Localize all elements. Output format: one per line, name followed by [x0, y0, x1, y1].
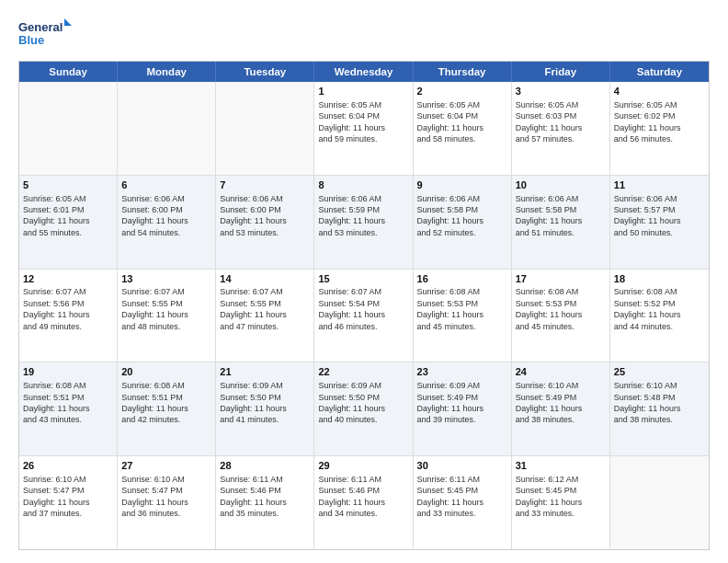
sun-info: Sunrise: 6:06 AMSunset: 5:57 PMDaylight:…	[614, 193, 705, 239]
day-number: 21	[220, 365, 310, 379]
day-number: 2	[417, 85, 507, 98]
calendar-cell: 23Sunrise: 6:09 AMSunset: 5:49 PMDayligh…	[414, 362, 512, 455]
calendar-cell: 4Sunrise: 6:05 AMSunset: 6:02 PMDaylight…	[610, 82, 709, 175]
sun-info: Sunrise: 6:09 AMSunset: 5:49 PMDaylight:…	[417, 380, 507, 426]
calendar-row: 12Sunrise: 6:07 AMSunset: 5:56 PMDayligh…	[19, 269, 709, 362]
calendar-row: 19Sunrise: 6:08 AMSunset: 5:51 PMDayligh…	[19, 362, 709, 455]
sun-info: Sunrise: 6:10 AMSunset: 5:49 PMDaylight:…	[516, 380, 606, 426]
calendar-cell: 2Sunrise: 6:05 AMSunset: 6:04 PMDaylight…	[414, 82, 512, 175]
day-number: 30	[417, 459, 507, 473]
calendar-cell: 3Sunrise: 6:05 AMSunset: 6:03 PMDaylight…	[512, 82, 610, 175]
day-number: 7	[220, 178, 310, 192]
sun-info: Sunrise: 6:11 AMSunset: 5:46 PMDaylight:…	[220, 474, 310, 520]
day-number: 17	[516, 272, 606, 286]
calendar-row: 1Sunrise: 6:05 AMSunset: 6:04 PMDaylight…	[19, 82, 709, 175]
calendar-cell: 30Sunrise: 6:11 AMSunset: 5:45 PMDayligh…	[414, 456, 512, 549]
calendar-cell	[118, 82, 216, 175]
sun-info: Sunrise: 6:06 AMSunset: 5:58 PMDaylight:…	[516, 193, 606, 239]
weekday-header: Monday	[118, 62, 216, 82]
day-number: 13	[121, 272, 211, 286]
sun-info: Sunrise: 6:08 AMSunset: 5:51 PMDaylight:…	[121, 380, 211, 426]
calendar-cell: 1Sunrise: 6:05 AMSunset: 6:04 PMDaylight…	[314, 82, 413, 175]
sun-info: Sunrise: 6:12 AMSunset: 5:45 PMDaylight:…	[516, 474, 606, 520]
weekday-header: Wednesday	[314, 62, 413, 82]
calendar-cell	[19, 82, 118, 175]
day-number: 22	[318, 365, 408, 379]
sun-info: Sunrise: 6:10 AMSunset: 5:47 PMDaylight:…	[23, 474, 113, 520]
calendar-cell: 16Sunrise: 6:08 AMSunset: 5:53 PMDayligh…	[414, 270, 512, 362]
day-number: 15	[318, 272, 408, 286]
calendar: SundayMondayTuesdayWednesdayThursdayFrid…	[18, 61, 710, 550]
day-number: 31	[516, 459, 606, 473]
calendar-cell: 28Sunrise: 6:11 AMSunset: 5:46 PMDayligh…	[216, 456, 314, 549]
day-number: 28	[220, 459, 310, 473]
calendar-cell	[216, 82, 314, 175]
calendar-header: SundayMondayTuesdayWednesdayThursdayFrid…	[19, 62, 709, 82]
sun-info: Sunrise: 6:06 AMSunset: 5:59 PMDaylight:…	[318, 193, 408, 239]
calendar-cell: 20Sunrise: 6:08 AMSunset: 5:51 PMDayligh…	[118, 362, 216, 455]
day-number: 25	[614, 365, 705, 379]
weekday-header: Sunday	[19, 62, 118, 82]
calendar-cell: 19Sunrise: 6:08 AMSunset: 5:51 PMDayligh…	[19, 362, 118, 455]
weekday-header: Thursday	[414, 62, 512, 82]
logo: General Blue	[18, 17, 74, 53]
calendar-cell: 17Sunrise: 6:08 AMSunset: 5:53 PMDayligh…	[512, 270, 610, 362]
calendar-cell: 9Sunrise: 6:06 AMSunset: 5:58 PMDaylight…	[414, 176, 512, 269]
sun-info: Sunrise: 6:07 AMSunset: 5:55 PMDaylight:…	[220, 286, 310, 332]
day-number: 18	[614, 272, 705, 286]
day-number: 29	[318, 459, 408, 473]
sun-info: Sunrise: 6:10 AMSunset: 5:47 PMDaylight:…	[121, 474, 211, 520]
sun-info: Sunrise: 6:06 AMSunset: 6:00 PMDaylight:…	[121, 193, 211, 239]
calendar-cell: 31Sunrise: 6:12 AMSunset: 5:45 PMDayligh…	[512, 456, 610, 549]
sun-info: Sunrise: 6:10 AMSunset: 5:48 PMDaylight:…	[614, 380, 705, 426]
calendar-cell: 29Sunrise: 6:11 AMSunset: 5:46 PMDayligh…	[314, 456, 413, 549]
calendar-cell: 7Sunrise: 6:06 AMSunset: 6:00 PMDaylight…	[216, 176, 314, 269]
calendar-cell: 14Sunrise: 6:07 AMSunset: 5:55 PMDayligh…	[216, 270, 314, 362]
sun-info: Sunrise: 6:09 AMSunset: 5:50 PMDaylight:…	[220, 380, 310, 426]
day-number: 10	[516, 178, 606, 192]
calendar-cell: 25Sunrise: 6:10 AMSunset: 5:48 PMDayligh…	[610, 362, 709, 455]
calendar-row: 26Sunrise: 6:10 AMSunset: 5:47 PMDayligh…	[19, 455, 709, 549]
calendar-cell: 6Sunrise: 6:06 AMSunset: 6:00 PMDaylight…	[118, 176, 216, 269]
calendar-cell: 15Sunrise: 6:07 AMSunset: 5:54 PMDayligh…	[314, 270, 413, 362]
svg-text:Blue: Blue	[18, 33, 44, 47]
day-number: 20	[121, 365, 211, 379]
sun-info: Sunrise: 6:08 AMSunset: 5:51 PMDaylight:…	[23, 380, 113, 426]
header: General Blue	[18, 17, 710, 53]
calendar-cell: 5Sunrise: 6:05 AMSunset: 6:01 PMDaylight…	[19, 176, 118, 269]
sun-info: Sunrise: 6:06 AMSunset: 6:00 PMDaylight:…	[220, 193, 310, 239]
day-number: 19	[23, 365, 113, 379]
day-number: 26	[23, 459, 113, 473]
svg-marker-2	[64, 18, 72, 26]
sun-info: Sunrise: 6:05 AMSunset: 6:04 PMDaylight:…	[417, 99, 507, 145]
day-number: 9	[417, 178, 507, 192]
calendar-cell: 26Sunrise: 6:10 AMSunset: 5:47 PMDayligh…	[19, 456, 118, 549]
sun-info: Sunrise: 6:05 AMSunset: 6:02 PMDaylight:…	[614, 99, 705, 145]
calendar-cell: 12Sunrise: 6:07 AMSunset: 5:56 PMDayligh…	[19, 270, 118, 362]
day-number: 3	[516, 85, 606, 98]
svg-text:General: General	[18, 20, 63, 34]
day-number: 14	[220, 272, 310, 286]
sun-info: Sunrise: 6:07 AMSunset: 5:56 PMDaylight:…	[23, 286, 113, 332]
day-number: 8	[318, 178, 408, 192]
day-number: 23	[417, 365, 507, 379]
sun-info: Sunrise: 6:08 AMSunset: 5:52 PMDaylight:…	[614, 286, 705, 332]
day-number: 1	[318, 85, 408, 98]
day-number: 16	[417, 272, 507, 286]
sun-info: Sunrise: 6:08 AMSunset: 5:53 PMDaylight:…	[516, 286, 606, 332]
calendar-cell: 8Sunrise: 6:06 AMSunset: 5:59 PMDaylight…	[314, 176, 413, 269]
calendar-body: 1Sunrise: 6:05 AMSunset: 6:04 PMDaylight…	[19, 82, 709, 549]
sun-info: Sunrise: 6:07 AMSunset: 5:54 PMDaylight:…	[318, 286, 408, 332]
calendar-row: 5Sunrise: 6:05 AMSunset: 6:01 PMDaylight…	[19, 175, 709, 269]
sun-info: Sunrise: 6:08 AMSunset: 5:53 PMDaylight:…	[417, 286, 507, 332]
calendar-cell: 13Sunrise: 6:07 AMSunset: 5:55 PMDayligh…	[118, 270, 216, 362]
day-number: 11	[614, 178, 705, 192]
calendar-cell: 10Sunrise: 6:06 AMSunset: 5:58 PMDayligh…	[512, 176, 610, 269]
weekday-header: Tuesday	[216, 62, 314, 82]
sun-info: Sunrise: 6:09 AMSunset: 5:50 PMDaylight:…	[318, 380, 408, 426]
sun-info: Sunrise: 6:06 AMSunset: 5:58 PMDaylight:…	[417, 193, 507, 239]
day-number: 12	[23, 272, 113, 286]
day-number: 6	[121, 178, 211, 192]
weekday-header: Friday	[512, 62, 610, 82]
day-number: 27	[121, 459, 211, 473]
